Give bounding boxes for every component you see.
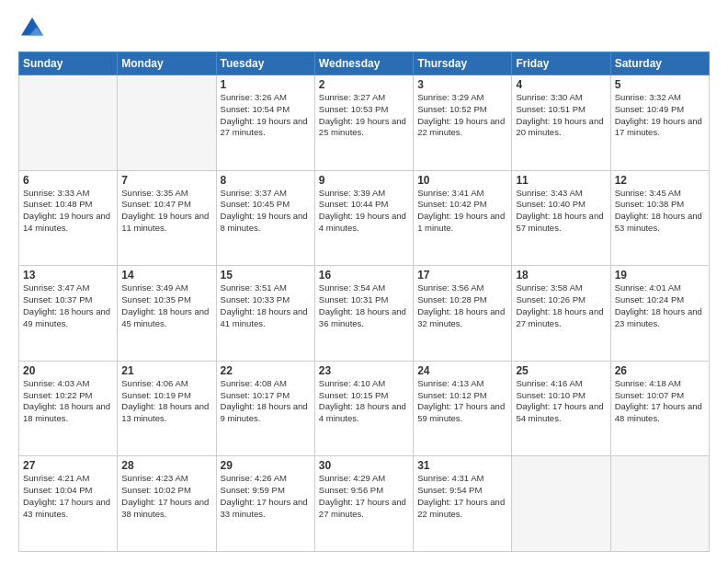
calendar-cell: 3Sunrise: 3:29 AM Sunset: 10:52 PM Dayli… bbox=[414, 75, 512, 171]
day-info: Sunrise: 4:06 AM Sunset: 10:19 PM Daylig… bbox=[121, 378, 211, 425]
day-info: Sunrise: 3:47 AM Sunset: 10:37 PM Daylig… bbox=[23, 282, 113, 329]
calendar-week-row: 13Sunrise: 3:47 AM Sunset: 10:37 PM Dayl… bbox=[19, 266, 710, 362]
calendar-cell: 13Sunrise: 3:47 AM Sunset: 10:37 PM Dayl… bbox=[19, 266, 118, 362]
day-info: Sunrise: 4:03 AM Sunset: 10:22 PM Daylig… bbox=[23, 378, 113, 425]
day-info: Sunrise: 4:31 AM Sunset: 9:54 PM Dayligh… bbox=[417, 473, 507, 520]
day-info: Sunrise: 3:54 AM Sunset: 10:31 PM Daylig… bbox=[319, 282, 409, 329]
weekday-header: Sunday bbox=[19, 52, 118, 75]
day-number: 14 bbox=[121, 269, 211, 282]
calendar-cell: 6Sunrise: 3:33 AM Sunset: 10:48 PM Dayli… bbox=[19, 170, 118, 266]
day-info: Sunrise: 4:16 AM Sunset: 10:10 PM Daylig… bbox=[516, 378, 606, 425]
day-number: 27 bbox=[23, 459, 113, 472]
weekday-header: Saturday bbox=[610, 52, 709, 75]
day-info: Sunrise: 3:45 AM Sunset: 10:38 PM Daylig… bbox=[615, 188, 705, 235]
day-number: 20 bbox=[23, 364, 113, 377]
day-info: Sunrise: 4:18 AM Sunset: 10:07 PM Daylig… bbox=[615, 378, 705, 425]
day-info: Sunrise: 4:13 AM Sunset: 10:12 PM Daylig… bbox=[417, 378, 507, 425]
weekday-header: Monday bbox=[118, 52, 216, 75]
day-number: 3 bbox=[417, 78, 507, 91]
day-number: 4 bbox=[516, 78, 606, 91]
day-info: Sunrise: 3:26 AM Sunset: 10:54 PM Daylig… bbox=[221, 92, 311, 139]
day-info: Sunrise: 4:29 AM Sunset: 9:56 PM Dayligh… bbox=[319, 473, 409, 520]
calendar-cell: 10Sunrise: 3:41 AM Sunset: 10:42 PM Dayl… bbox=[414, 170, 512, 266]
day-number: 7 bbox=[121, 174, 211, 187]
day-info: Sunrise: 3:35 AM Sunset: 10:47 PM Daylig… bbox=[121, 188, 211, 235]
calendar-cell: 28Sunrise: 4:23 AM Sunset: 10:02 PM Dayl… bbox=[118, 456, 216, 552]
day-number: 13 bbox=[23, 269, 113, 282]
calendar-cell: 30Sunrise: 4:29 AM Sunset: 9:56 PM Dayli… bbox=[314, 456, 413, 552]
day-number: 19 bbox=[615, 269, 705, 282]
calendar-cell: 26Sunrise: 4:18 AM Sunset: 10:07 PM Dayl… bbox=[610, 361, 709, 456]
day-number: 26 bbox=[615, 364, 705, 377]
day-info: Sunrise: 3:37 AM Sunset: 10:45 PM Daylig… bbox=[221, 188, 311, 235]
calendar-cell: 21Sunrise: 4:06 AM Sunset: 10:19 PM Dayl… bbox=[118, 361, 216, 456]
calendar-week-row: 1Sunrise: 3:26 AM Sunset: 10:54 PM Dayli… bbox=[19, 75, 710, 171]
day-number: 24 bbox=[417, 364, 507, 377]
calendar-cell: 27Sunrise: 4:21 AM Sunset: 10:04 PM Dayl… bbox=[19, 456, 118, 552]
calendar-cell: 24Sunrise: 4:13 AM Sunset: 10:12 PM Dayl… bbox=[414, 361, 512, 456]
calendar-cell: 16Sunrise: 3:54 AM Sunset: 10:31 PM Dayl… bbox=[314, 266, 413, 362]
weekday-header: Friday bbox=[512, 52, 610, 75]
day-info: Sunrise: 3:41 AM Sunset: 10:42 PM Daylig… bbox=[417, 188, 507, 235]
calendar-cell bbox=[118, 75, 216, 171]
day-info: Sunrise: 3:30 AM Sunset: 10:51 PM Daylig… bbox=[516, 92, 606, 139]
day-number: 23 bbox=[319, 364, 409, 377]
calendar-cell: 4Sunrise: 3:30 AM Sunset: 10:51 PM Dayli… bbox=[512, 75, 610, 171]
logo bbox=[18, 15, 50, 42]
day-number: 12 bbox=[615, 174, 705, 187]
day-info: Sunrise: 3:51 AM Sunset: 10:33 PM Daylig… bbox=[221, 282, 311, 329]
weekday-header: Tuesday bbox=[216, 52, 314, 75]
day-number: 25 bbox=[516, 364, 606, 377]
day-number: 2 bbox=[319, 78, 409, 91]
calendar-cell: 1Sunrise: 3:26 AM Sunset: 10:54 PM Dayli… bbox=[216, 75, 314, 171]
calendar-cell bbox=[19, 75, 118, 171]
day-number: 18 bbox=[516, 269, 606, 282]
day-number: 31 bbox=[417, 459, 507, 472]
calendar-cell: 12Sunrise: 3:45 AM Sunset: 10:38 PM Dayl… bbox=[610, 170, 709, 266]
calendar-cell: 25Sunrise: 4:16 AM Sunset: 10:10 PM Dayl… bbox=[512, 361, 610, 456]
calendar-cell bbox=[512, 456, 610, 552]
logo-icon bbox=[18, 15, 46, 42]
calendar-cell: 22Sunrise: 4:08 AM Sunset: 10:17 PM Dayl… bbox=[216, 361, 314, 456]
day-number: 30 bbox=[319, 459, 409, 472]
weekday-header: Thursday bbox=[414, 52, 512, 75]
calendar-cell: 23Sunrise: 4:10 AM Sunset: 10:15 PM Dayl… bbox=[314, 361, 413, 456]
calendar-cell: 5Sunrise: 3:32 AM Sunset: 10:49 PM Dayli… bbox=[610, 75, 709, 171]
calendar-table: SundayMondayTuesdayWednesdayThursdayFrid… bbox=[18, 52, 710, 552]
day-number: 5 bbox=[615, 78, 705, 91]
day-info: Sunrise: 4:21 AM Sunset: 10:04 PM Daylig… bbox=[23, 473, 113, 520]
day-number: 11 bbox=[516, 174, 606, 187]
day-info: Sunrise: 4:26 AM Sunset: 9:59 PM Dayligh… bbox=[221, 473, 311, 520]
calendar-cell: 20Sunrise: 4:03 AM Sunset: 10:22 PM Dayl… bbox=[19, 361, 118, 456]
calendar-cell: 17Sunrise: 3:56 AM Sunset: 10:28 PM Dayl… bbox=[414, 266, 512, 362]
day-info: Sunrise: 3:43 AM Sunset: 10:40 PM Daylig… bbox=[516, 188, 606, 235]
calendar-cell: 19Sunrise: 4:01 AM Sunset: 10:24 PM Dayl… bbox=[610, 266, 709, 362]
calendar-week-row: 27Sunrise: 4:21 AM Sunset: 10:04 PM Dayl… bbox=[19, 456, 710, 552]
day-number: 10 bbox=[417, 174, 507, 187]
calendar-cell: 9Sunrise: 3:39 AM Sunset: 10:44 PM Dayli… bbox=[314, 170, 413, 266]
day-number: 29 bbox=[221, 459, 311, 472]
day-info: Sunrise: 4:23 AM Sunset: 10:02 PM Daylig… bbox=[121, 473, 211, 520]
calendar-cell bbox=[610, 456, 709, 552]
calendar-cell: 29Sunrise: 4:26 AM Sunset: 9:59 PM Dayli… bbox=[216, 456, 314, 552]
page: SundayMondayTuesdayWednesdayThursdayFrid… bbox=[0, 0, 728, 563]
weekday-header-row: SundayMondayTuesdayWednesdayThursdayFrid… bbox=[19, 52, 710, 75]
calendar-week-row: 6Sunrise: 3:33 AM Sunset: 10:48 PM Dayli… bbox=[19, 170, 710, 266]
day-number: 15 bbox=[221, 269, 311, 282]
calendar-cell: 8Sunrise: 3:37 AM Sunset: 10:45 PM Dayli… bbox=[216, 170, 314, 266]
day-info: Sunrise: 4:01 AM Sunset: 10:24 PM Daylig… bbox=[615, 282, 705, 329]
calendar-cell: 15Sunrise: 3:51 AM Sunset: 10:33 PM Dayl… bbox=[216, 266, 314, 362]
day-number: 8 bbox=[221, 174, 311, 187]
calendar-cell: 7Sunrise: 3:35 AM Sunset: 10:47 PM Dayli… bbox=[118, 170, 216, 266]
calendar-cell: 18Sunrise: 3:58 AM Sunset: 10:26 PM Dayl… bbox=[512, 266, 610, 362]
calendar-cell: 14Sunrise: 3:49 AM Sunset: 10:35 PM Dayl… bbox=[118, 266, 216, 362]
day-info: Sunrise: 3:29 AM Sunset: 10:52 PM Daylig… bbox=[417, 92, 507, 139]
day-info: Sunrise: 4:10 AM Sunset: 10:15 PM Daylig… bbox=[319, 378, 409, 425]
day-info: Sunrise: 3:56 AM Sunset: 10:28 PM Daylig… bbox=[417, 282, 507, 329]
day-number: 21 bbox=[121, 364, 211, 377]
day-info: Sunrise: 3:49 AM Sunset: 10:35 PM Daylig… bbox=[121, 282, 211, 329]
day-number: 17 bbox=[417, 269, 507, 282]
calendar-cell: 2Sunrise: 3:27 AM Sunset: 10:53 PM Dayli… bbox=[314, 75, 413, 171]
day-number: 28 bbox=[121, 459, 211, 472]
calendar-cell: 11Sunrise: 3:43 AM Sunset: 10:40 PM Dayl… bbox=[512, 170, 610, 266]
